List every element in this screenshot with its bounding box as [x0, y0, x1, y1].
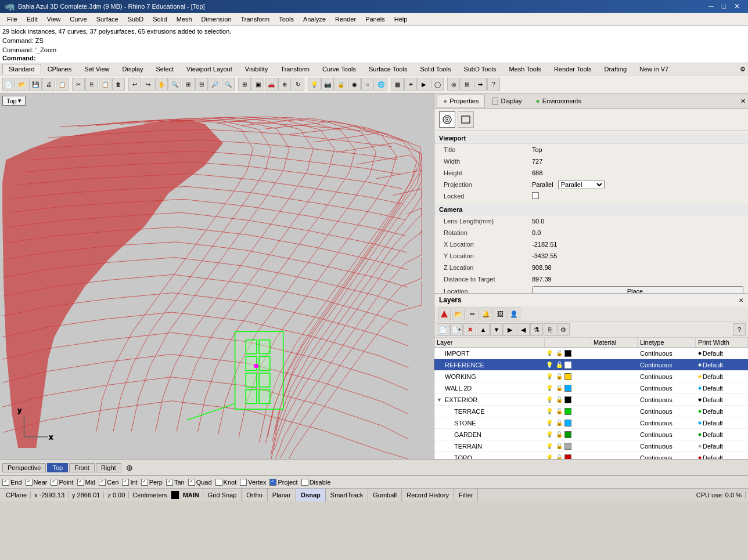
ortho-btn[interactable]: Ortho — [242, 489, 268, 501]
layer-image-icon[interactable]: 🖼 — [494, 308, 506, 320]
lock-icon-terrace[interactable]: 🔓 — [555, 407, 564, 416]
menu-subd[interactable]: SubD — [123, 15, 149, 24]
layer-color-swatch-stone[interactable] — [564, 420, 571, 427]
tb-lock[interactable]: 🔒 — [335, 78, 347, 91]
toolbar-tab-drafting[interactable]: Drafting — [598, 64, 634, 74]
tb-osnap[interactable]: ◎ — [447, 78, 460, 91]
snap-cen-check[interactable] — [99, 479, 106, 486]
tb-material[interactable]: ◉ — [348, 78, 361, 91]
tb-properties[interactable]: 📋 — [56, 78, 69, 91]
menu-render[interactable]: Render — [330, 15, 361, 24]
tb-cut[interactable]: ✂ — [72, 78, 85, 91]
projection-dropdown[interactable]: Parallel Perspective — [558, 180, 605, 189]
layer-color-swatch-wall2d[interactable] — [564, 385, 571, 392]
bulb-icon-working[interactable]: 💡 — [545, 372, 554, 381]
layer-color-swatch-topo[interactable] — [564, 454, 571, 460]
toolbar-tab-display[interactable]: Display — [116, 64, 149, 74]
tab-front[interactable]: Front — [69, 463, 95, 472]
new-layer-btn[interactable]: 📄 — [437, 323, 449, 336]
tb-help[interactable]: ? — [487, 78, 500, 91]
tb-camera[interactable]: 📷 — [321, 78, 334, 91]
tb-pan[interactable]: ✋ — [155, 78, 168, 91]
lock-icon-terrain[interactable]: 🔓 — [555, 442, 564, 451]
toolbar-tab-curvetools[interactable]: Curve Tools — [316, 64, 362, 74]
menu-tools[interactable]: Tools — [274, 15, 299, 24]
toolbar-tab-meshtools[interactable]: Mesh Tools — [502, 64, 547, 74]
toolbar-tab-rendertools[interactable]: Render Tools — [548, 64, 598, 74]
layer-row-stone[interactable]: STONE 💡 🔓 Continuous ◆ Default — [434, 417, 748, 429]
snap-end-check[interactable] — [2, 479, 9, 486]
bulb-icon-topo[interactable]: 💡 — [545, 453, 554, 460]
toolbar-tab-subdtools[interactable]: SubD Tools — [457, 64, 502, 74]
tb-zoom-in[interactable]: 🔎 — [208, 78, 221, 91]
menu-file[interactable]: File — [2, 15, 22, 24]
title-bar-controls[interactable]: ─ □ ✕ — [705, 1, 743, 12]
viewport-dropdown-arrow[interactable]: ▾ — [18, 97, 21, 104]
layers-collapse-icon[interactable]: ✕ — [739, 297, 743, 304]
tb-4view[interactable]: ⊞ — [238, 78, 251, 91]
snap-point-check[interactable] — [51, 479, 57, 486]
layer-user-icon[interactable]: 👤 — [508, 308, 520, 320]
panel-tab-display[interactable]: □ Display — [486, 95, 528, 107]
tb-viewport[interactable]: ▣ — [251, 78, 264, 91]
lock-icon-working[interactable]: 🔓 — [555, 372, 564, 381]
tb-light[interactable]: 💡 — [308, 78, 321, 91]
tab-top[interactable]: Top — [47, 463, 68, 472]
layer-row-reference[interactable]: REFERENCE 💡 🔓 Continuous ◆ Default — [434, 359, 748, 371]
layer-folder-icon[interactable]: 📂 — [452, 308, 465, 320]
filter-btn[interactable]: ⚗ — [530, 323, 543, 336]
close-button[interactable]: ✕ — [731, 1, 743, 12]
delete-layer-btn[interactable]: ✕ — [463, 323, 476, 336]
layer-color-swatch-ref[interactable] — [564, 362, 571, 368]
toolbar-tab-surfacetools[interactable]: Surface Tools — [362, 64, 413, 74]
menu-surface[interactable]: Surface — [92, 15, 123, 24]
maximize-button[interactable]: □ — [718, 1, 729, 12]
menu-edit[interactable]: Edit — [22, 15, 42, 24]
lock-icon-stone[interactable]: 🔓 — [555, 418, 564, 428]
menu-panels[interactable]: Panels — [361, 15, 390, 24]
toolbar-tab-transform[interactable]: Transform — [274, 64, 316, 74]
tb-sphere[interactable]: ○ — [361, 78, 374, 91]
add-viewport-icon[interactable]: ⊕ — [123, 463, 136, 472]
lock-icon-wall2d[interactable]: 🔓 — [555, 384, 564, 393]
tb-open[interactable]: 📂 — [16, 78, 28, 91]
tb-zoom-selected[interactable]: ⊟ — [195, 78, 208, 91]
menu-view[interactable]: View — [42, 15, 66, 24]
tb-cplane[interactable]: ⊕ — [278, 78, 291, 91]
layer-row-topo[interactable]: TOPO 💡 🔓 Continuous ◆ Default — [434, 452, 748, 459]
tb-zoom-out[interactable]: 🔍 — [222, 78, 235, 91]
tb-sun[interactable]: ☀ — [404, 78, 417, 91]
layer-row-exterior[interactable]: ▼ EXTERIOR 💡 🔓 Continuous ◆ Default — [434, 394, 748, 406]
osnap-btn[interactable]: Osnap — [296, 489, 326, 501]
toolbar-settings-icon[interactable]: ⚙ — [740, 66, 746, 73]
locked-checkbox[interactable] — [532, 192, 539, 199]
layer-bell-icon[interactable]: 🔔 — [480, 308, 492, 320]
toolbar-tab-viewportlayout[interactable]: Viewport Layout — [180, 64, 239, 74]
snap-mid-check[interactable] — [77, 479, 84, 486]
bulb-icon-wall2d[interactable]: 💡 — [545, 384, 554, 393]
snap-near-check[interactable] — [26, 479, 33, 486]
toolbar-tab-newinv7[interactable]: New in V7 — [633, 64, 675, 74]
toolbar-tab-visibility[interactable]: Visibility — [239, 64, 275, 74]
menu-dimension[interactable]: Dimension — [197, 15, 236, 24]
snap-disable-check[interactable] — [301, 479, 308, 486]
menu-mesh[interactable]: Mesh — [172, 15, 197, 24]
command-prompt[interactable]: Command: — [2, 55, 746, 62]
snap-perp-check[interactable] — [141, 479, 148, 486]
tb-copy[interactable]: ⎘ — [85, 78, 98, 91]
bulb-icon-stone[interactable]: 💡 — [545, 418, 554, 428]
tb-grid[interactable]: ⊞ — [461, 78, 473, 91]
tb-render[interactable]: ▶ — [418, 78, 430, 91]
layer-color-icon[interactable] — [438, 308, 451, 320]
menu-analyze[interactable]: Analyze — [299, 15, 330, 24]
layer-color-swatch-exterior[interactable] — [564, 396, 571, 403]
layer-row-terrain[interactable]: TERRAIN 💡 🔓 Continuous ◆ Default — [434, 440, 748, 452]
move-up-btn[interactable]: ▲ — [477, 323, 490, 336]
layer-color-swatch-terrain[interactable] — [564, 443, 571, 450]
copy-layer-btn[interactable]: ⎘ — [544, 323, 556, 336]
toolbar-tab-select[interactable]: Select — [150, 64, 181, 74]
snap-int-check[interactable] — [122, 479, 129, 486]
tb-undo[interactable]: ↩ — [128, 78, 141, 91]
tb-paste[interactable]: 📋 — [99, 78, 112, 91]
layer-color-swatch-garden[interactable] — [564, 431, 571, 438]
